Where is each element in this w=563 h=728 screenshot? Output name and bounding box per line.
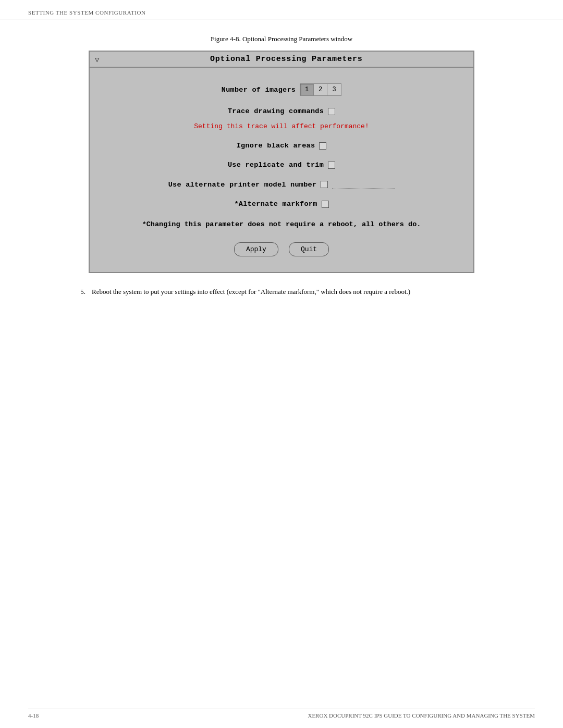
imager-btn-1[interactable]: 1 <box>300 84 314 95</box>
dialog-window: ▽ Optional Processing Parameters Number … <box>89 51 474 273</box>
footer-right: XEROX DOCUPRINT 92C IPS GUIDE TO CONFIGU… <box>308 712 535 719</box>
replicate-trim-checkbox[interactable] <box>328 162 335 169</box>
alt-printer-field[interactable] <box>332 180 395 189</box>
page-header: SETTING THE SYSTEM CONFIGURATION <box>0 0 563 19</box>
alt-printer-label: Use alternate printer model number <box>168 181 317 189</box>
trace-drawing-row: Trace drawing commands <box>121 107 442 115</box>
alt-printer-row: Use alternate printer model number <box>121 180 442 189</box>
alt-printer-checkbox[interactable] <box>321 181 328 188</box>
replicate-trim-row: Use replicate and trim <box>121 161 442 169</box>
figure-caption-prefix: Figure 4-8. <box>211 35 241 43</box>
number-of-imagers-row: Number of imagers 1 2 3 <box>121 83 442 96</box>
main-content: Figure 4-8. Optional Processing Paramete… <box>0 19 563 339</box>
alt-markform-row: *Alternate markform <box>121 200 442 208</box>
step-5-item: 5. Reboot the system to put your setting… <box>70 287 535 297</box>
imager-btn-2[interactable]: 2 <box>314 84 327 95</box>
dialog-titlebar: ▽ Optional Processing Parameters <box>90 52 473 68</box>
imager-btn-3[interactable]: 3 <box>327 84 341 95</box>
dialog-title: Optional Processing Parameters <box>104 55 468 64</box>
note-text: *Changing this parameter does not requir… <box>121 219 442 230</box>
quit-button[interactable]: Quit <box>289 242 329 256</box>
dialog-body: Number of imagers 1 2 3 Trace drawing co… <box>90 68 473 272</box>
ignore-black-row: Ignore black areas <box>121 142 442 150</box>
replicate-trim-label: Use replicate and trim <box>228 161 324 169</box>
alt-markform-label: *Alternate markform <box>234 200 317 208</box>
ignore-black-checkbox[interactable] <box>319 142 326 150</box>
footer-left: 4-18 <box>28 712 39 719</box>
alt-markform-checkbox[interactable] <box>322 201 329 208</box>
trace-drawing-label: Trace drawing commands <box>228 107 324 115</box>
apply-button[interactable]: Apply <box>234 242 278 256</box>
button-row: Apply Quit <box>121 242 442 256</box>
imager-button-group: 1 2 3 <box>300 83 341 96</box>
figure-caption-title: Optional Processing Parameters window <box>242 35 352 43</box>
ignore-black-label: Ignore black areas <box>237 142 315 150</box>
step-5-text: Reboot the system to put your settings i… <box>92 287 535 297</box>
header-text: SETTING THE SYSTEM CONFIGURATION <box>28 9 145 16</box>
number-of-imagers-label: Number of imagers <box>222 86 296 94</box>
page-footer: 4-18 XEROX DOCUPRINT 92C IPS GUIDE TO CO… <box>28 709 535 719</box>
step-5-number: 5. <box>70 287 85 297</box>
step-section: 5. Reboot the system to put your setting… <box>28 287 535 297</box>
trace-drawing-checkbox[interactable] <box>328 108 335 115</box>
trace-warning: Setting this trace will affect performan… <box>121 122 442 130</box>
figure-caption: Figure 4-8. Optional Processing Paramete… <box>28 35 535 43</box>
dialog-icon: ▽ <box>95 55 99 64</box>
